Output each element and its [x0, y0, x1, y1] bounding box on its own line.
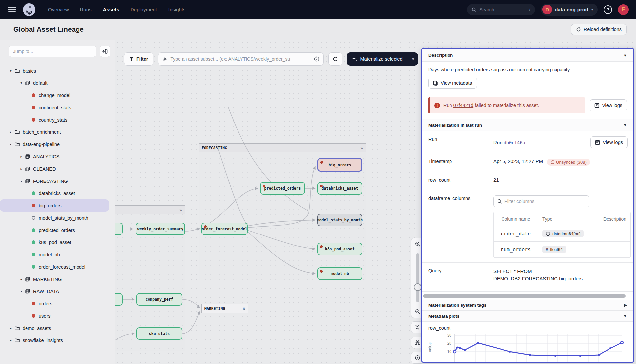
tree-caret-icon[interactable]: ▾ — [8, 142, 13, 146]
sidebar-item-default[interactable]: ▾default — [0, 77, 109, 89]
asset-node-order_forecast_model[interactable]: order_forecast_model — [201, 223, 248, 235]
tree-caret-icon[interactable]: ▸ — [8, 326, 13, 330]
columns-table-row[interactable]: order_datedatetime64[ns] — [494, 226, 630, 241]
view-metadata-label: View metadata — [441, 80, 472, 86]
tree-caret-icon[interactable]: ▸ — [8, 338, 13, 342]
unsynced-badge[interactable]: Unsynced (308) — [547, 159, 590, 166]
view-logs-button[interactable]: View logs — [590, 136, 628, 148]
refresh-graph-button[interactable] — [328, 52, 342, 66]
jump-to-input[interactable]: Jump to... — [9, 46, 96, 57]
tree-caret-icon[interactable]: ▸ — [19, 167, 24, 171]
chevron-right-icon: ▶ — [624, 303, 627, 307]
nav-link-insights[interactable]: Insights — [168, 7, 186, 12]
query-value: SELECT * FROMDEMO_DB2.FORECASTING.big_or… — [487, 263, 633, 291]
info-icon[interactable] — [314, 56, 319, 62]
asset-node-weekly_order_summary[interactable]: weekly_order_summary — [136, 223, 185, 235]
tree-caret-icon[interactable]: ▾ — [19, 81, 24, 85]
view-metadata-button[interactable]: View metadata — [428, 78, 477, 89]
metadata-plots-section-header[interactable]: Metadata plots ▼ — [422, 311, 633, 322]
sidebar-item-snowflake_insights[interactable]: ▸snowflake_insights — [0, 334, 109, 346]
sidebar-item-big_orders[interactable]: big_orders — [0, 199, 109, 212]
sidebar-item-users[interactable]: users — [0, 310, 109, 322]
asset-node-model_stats_by_month[interactable]: model_stats_by_month — [317, 214, 362, 226]
run-id-link[interactable]: 07f4421d — [453, 103, 473, 108]
sidebar-item-demo_assets[interactable]: ▸demo_assets — [0, 322, 109, 334]
sidebar-item-change_model[interactable]: change_model — [0, 89, 109, 101]
description-section-header[interactable]: Description ▼ — [422, 49, 633, 62]
asset-subset-input[interactable]: Type an asset subset... (ex: ANALYTICS/w… — [158, 52, 324, 66]
filter-columns-placeholder: Filter columns — [504, 199, 534, 204]
tree-caret-icon[interactable]: ▾ — [19, 289, 24, 293]
run-value[interactable]: Run db0cf46a — [493, 140, 525, 145]
asset-status-dot — [32, 191, 35, 195]
tree-caret-icon[interactable]: ▸ — [19, 277, 24, 281]
asset-node-predicted_orders[interactable]: predicted_orders — [260, 182, 305, 195]
sidebar-item-ANALYTICS[interactable]: ▸ANALYTICS — [0, 150, 109, 163]
asset-node-company_perf[interactable]: company_perf — [136, 293, 182, 306]
zoom-in-icon — [415, 241, 421, 247]
system-tags-section-header[interactable]: Materialization system tags ▶ — [422, 300, 633, 311]
asset-node-databricks_asset[interactable]: databricks_asset — [317, 182, 362, 195]
sidebar-item-RAW_DATA[interactable]: ▾RAW_DATA — [0, 285, 109, 297]
sidebar-item-model_nb[interactable]: model_nb — [0, 248, 109, 261]
sidebar-item-basics[interactable]: ▾basics — [0, 65, 109, 77]
tree-caret-icon[interactable]: ▸ — [8, 130, 13, 134]
global-search-input[interactable]: Search... / — [467, 4, 535, 15]
nav-link-runs[interactable]: Runs — [80, 7, 92, 12]
sidebar-item-continent_stats[interactable]: continent_stats — [0, 101, 109, 114]
asset-group-icon — [24, 81, 31, 85]
horizontal-scrollbar[interactable] — [423, 294, 626, 298]
materialization-header-label: Materialization in last run — [428, 123, 482, 128]
sidebar-item-data-eng-pipeline[interactable]: ▾data-eng-pipeline — [0, 138, 109, 150]
tree-caret-icon[interactable]: ▾ — [19, 179, 24, 183]
run-failed-banner: ! Run 07f4421d failed to materialize thi… — [428, 97, 585, 113]
asset-node-big_orders[interactable]: big_orders — [317, 158, 362, 172]
sidebar-item-CLEANED[interactable]: ▸CLEANED — [0, 163, 109, 175]
reload-definitions-button[interactable]: Reload definitions — [571, 24, 627, 35]
nav-link-assets[interactable]: Assets — [103, 7, 119, 12]
materialize-selected-button[interactable]: Materialize selected ▼ — [347, 52, 418, 66]
sidebar-item-orders[interactable]: orders — [0, 297, 109, 310]
tree-item-label: change_model — [39, 93, 70, 98]
asset-node-sku_stats[interactable]: sku_stats — [136, 327, 182, 340]
nav-link-deployment[interactable]: Deployment — [131, 7, 157, 12]
dagster-logo-icon[interactable] — [23, 3, 35, 16]
deployment-badge: D — [542, 5, 552, 14]
timestamp-row: Timestamp Apr 5, 2023, 12:27 PM Unsynced… — [422, 153, 633, 172]
chevron-down-icon: ▾ — [591, 8, 593, 11]
asset-node-model_nb[interactable]: model_nb — [317, 267, 362, 280]
sidebar-item-model_stats_by_month[interactable]: model_stats_by_month — [0, 212, 109, 224]
columns-table-row[interactable]: num_orders#float64 — [494, 241, 630, 257]
deployment-switcher[interactable]: D data-eng-prod ▾ — [541, 4, 598, 16]
asset-status-dot — [32, 240, 35, 244]
materialize-label: Materialize selected — [360, 56, 402, 62]
hamburger-menu-icon[interactable] — [8, 7, 16, 12]
filter-button[interactable]: Filter — [124, 52, 153, 66]
tree-caret-icon[interactable]: ▾ — [8, 69, 13, 73]
tree-item-label: orders — [39, 301, 52, 306]
tree-caret-icon[interactable]: ▸ — [19, 155, 24, 158]
sidebar-item-FORECASTING[interactable]: ▾FORECASTING — [0, 175, 109, 187]
materialize-dropdown-caret[interactable]: ▼ — [408, 52, 418, 66]
sidebar-item-predicted_orders[interactable]: predicted_orders — [0, 224, 109, 236]
sidebar-item-MARKETING[interactable]: ▸MARKETING — [0, 273, 109, 285]
sidebar-item-databricks_asset[interactable]: databricks_asset — [0, 187, 109, 199]
asset-node-partial[interactable] — [115, 223, 123, 235]
sidebar-item-order_forecast_model[interactable]: order_forecast_model — [0, 261, 109, 273]
help-icon[interactable]: ? — [604, 5, 612, 14]
zoom-slider-handle[interactable] — [414, 283, 422, 291]
asset-node-partial[interactable] — [115, 293, 123, 306]
sidebar-item-batch_enrichment[interactable]: ▸batch_enrichment — [0, 126, 109, 138]
collapse-sidebar-button[interactable] — [100, 46, 110, 57]
svg-text:10: 10 — [447, 349, 452, 354]
view-logs-button[interactable]: View logs — [590, 99, 627, 111]
sidebar-item-k8s_pod_asset[interactable]: k8s_pod_asset — [0, 236, 109, 248]
asset-node-k8s_pod_asset[interactable]: k8s_pod_asset — [317, 243, 362, 255]
user-avatar[interactable]: E — [618, 4, 629, 15]
column-name: order_date — [501, 231, 531, 237]
sidebar-item-country_stats[interactable]: country_stats — [0, 114, 109, 126]
column-type-badge: datetime64[ns] — [542, 230, 584, 237]
materialization-section-header[interactable]: Materialization in last run ▼ — [422, 119, 633, 131]
nav-link-overview[interactable]: Overview — [48, 7, 69, 12]
filter-columns-input[interactable]: Filter columns — [493, 195, 589, 207]
